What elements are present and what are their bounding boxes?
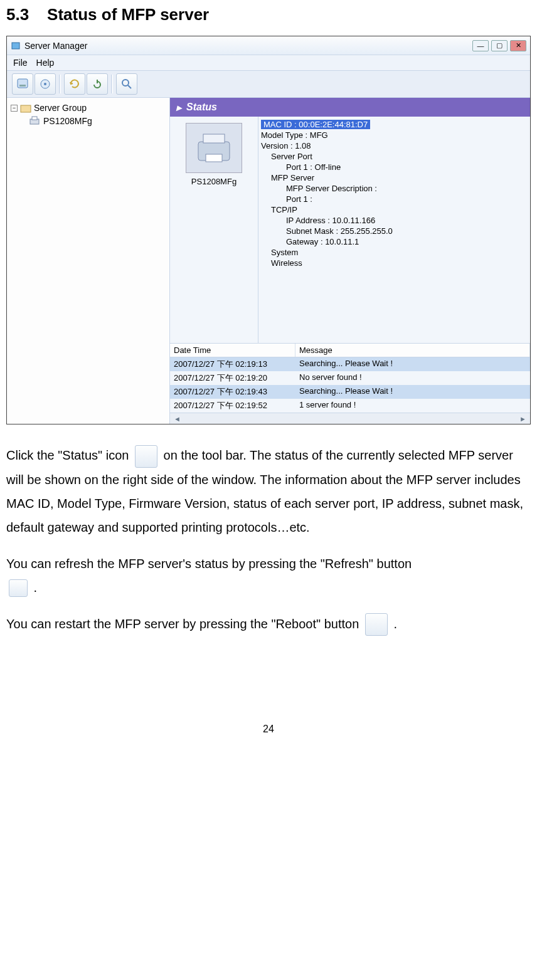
svg-rect-0 bbox=[12, 43, 19, 49]
menu-file[interactable]: File bbox=[13, 58, 28, 68]
log-col-datetime[interactable]: Date Time bbox=[170, 344, 295, 357]
server-manager-window: Server Manager — ▢ ✕ File Help − Server … bbox=[6, 36, 531, 424]
server-tree-pane: − Server Group PS1208MFg bbox=[7, 98, 170, 424]
tree-root-label: Server Group bbox=[34, 103, 87, 113]
menubar: File Help bbox=[7, 55, 530, 71]
paragraph-3: You can restart the MFP server by pressi… bbox=[6, 612, 531, 636]
toolbar-separator bbox=[59, 75, 61, 93]
printer-preview: PS1208MFg bbox=[170, 117, 258, 343]
config-button[interactable] bbox=[35, 73, 56, 95]
log-row[interactable]: 2007/12/27 下午 02:19:43Searching... Pleas… bbox=[170, 385, 530, 399]
tree-item-label: PS1208MFg bbox=[43, 116, 92, 126]
info-mac: MAC ID : 00:0E:2E:44:81:D7 bbox=[261, 119, 528, 130]
info-port1: Port 1 : bbox=[261, 194, 528, 204]
folder-icon bbox=[20, 103, 31, 113]
refresh-icon bbox=[9, 579, 28, 597]
log-header: Date Time Message bbox=[170, 343, 530, 357]
info-system: System bbox=[261, 247, 528, 258]
section-title-text: Status of MFP server bbox=[47, 5, 209, 24]
paragraph-2: You can refresh the MFP server's status … bbox=[6, 552, 531, 599]
info-version: Version : 1.08 bbox=[261, 140, 528, 151]
svg-rect-7 bbox=[21, 105, 31, 112]
info-model: Model Type : MFG bbox=[261, 130, 528, 140]
status-header-label: Status bbox=[186, 102, 217, 113]
log-col-message[interactable]: Message bbox=[295, 344, 530, 357]
minimize-button[interactable]: — bbox=[472, 40, 489, 51]
svg-rect-12 bbox=[206, 154, 222, 162]
paragraph-1: Click the "Status" icon on the tool bar.… bbox=[6, 443, 531, 539]
toolbar-separator bbox=[111, 75, 113, 93]
section-number: 5.3 bbox=[6, 5, 29, 24]
info-tcpip: TCP/IP bbox=[261, 204, 528, 215]
svg-line-6 bbox=[128, 85, 131, 88]
log-row[interactable]: 2007/12/27 下午 02:19:521 server found ! bbox=[170, 399, 530, 413]
close-button[interactable]: ✕ bbox=[510, 40, 526, 51]
tree-item[interactable]: PS1208MFg bbox=[28, 114, 166, 128]
horizontal-scrollbar[interactable]: ◄► bbox=[170, 413, 530, 424]
log-table: 2007/12/27 下午 02:19:13Searching... Pleas… bbox=[170, 357, 530, 413]
info-port1-offline: Port 1 : Off-line bbox=[261, 162, 528, 172]
printer-image bbox=[186, 123, 242, 173]
status-header-icon: ▸ bbox=[176, 102, 181, 113]
reboot-button[interactable] bbox=[87, 73, 108, 95]
log-row[interactable]: 2007/12/27 下午 02:19:13Searching... Pleas… bbox=[170, 357, 530, 371]
tree-root[interactable]: − Server Group bbox=[11, 102, 166, 114]
log-row[interactable]: 2007/12/27 下午 02:19:20No server found ! bbox=[170, 371, 530, 385]
search-button[interactable] bbox=[116, 73, 137, 95]
svg-rect-11 bbox=[203, 134, 225, 143]
window-title: Server Manager bbox=[24, 41, 87, 51]
info-subnet: Subnet Mask : 255.255.255.0 bbox=[261, 226, 528, 236]
status-icon bbox=[135, 445, 157, 468]
info-gateway: Gateway : 10.0.11.1 bbox=[261, 236, 528, 247]
info-mfp: MFP Server bbox=[261, 172, 528, 183]
right-pane: ▸ Status PS1208MFg MAC ID : 00:0E:2E:44:… bbox=[170, 98, 530, 424]
info-ip: IP Address : 10.0.11.166 bbox=[261, 215, 528, 226]
info-tree: MAC ID : 00:0E:2E:44:81:D7 Model Type : … bbox=[258, 117, 530, 343]
svg-point-4 bbox=[44, 83, 46, 85]
info-mfp-desc: MFP Server Description : bbox=[261, 183, 528, 194]
svg-rect-2 bbox=[19, 85, 26, 87]
info-wireless: Wireless bbox=[261, 258, 528, 268]
printer-name-label: PS1208MFg bbox=[191, 177, 237, 186]
app-icon bbox=[11, 41, 21, 51]
status-button[interactable] bbox=[12, 73, 33, 95]
maximize-button[interactable]: ▢ bbox=[491, 40, 508, 51]
printer-icon bbox=[28, 115, 41, 127]
collapse-icon[interactable]: − bbox=[11, 105, 18, 112]
toolbar bbox=[7, 71, 530, 98]
info-serverport: Server Port bbox=[261, 151, 528, 162]
titlebar: Server Manager — ▢ ✕ bbox=[7, 36, 530, 55]
section-heading: 5.3 Status of MFP server bbox=[6, 5, 531, 24]
reboot-icon bbox=[365, 613, 388, 636]
svg-rect-9 bbox=[32, 117, 37, 120]
page-number: 24 bbox=[6, 724, 531, 735]
status-header: ▸ Status bbox=[170, 98, 530, 117]
menu-help[interactable]: Help bbox=[36, 58, 55, 68]
svg-point-5 bbox=[122, 80, 129, 86]
refresh-button[interactable] bbox=[64, 73, 85, 95]
